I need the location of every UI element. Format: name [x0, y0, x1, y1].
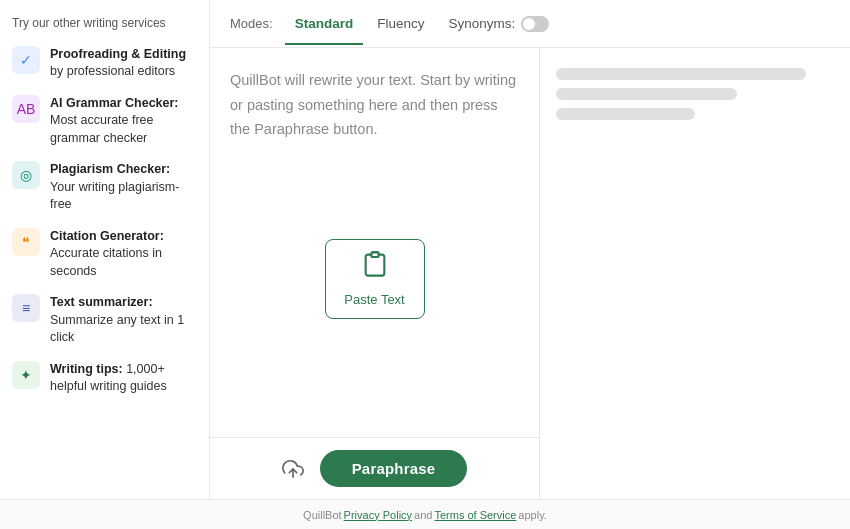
output-panel: [540, 48, 850, 499]
sidebar-item-grammar[interactable]: ABAI Grammar Checker: Most accurate free…: [12, 95, 197, 148]
input-footer: Paraphrase: [210, 437, 539, 499]
plagiarism-label: Plagiarism Checker: Your writing plagiar…: [50, 161, 197, 214]
sidebar-item-tips[interactable]: ✦Writing tips: 1,000+ helpful writing gu…: [12, 361, 197, 396]
tips-icon: ✦: [12, 361, 40, 389]
placeholder-text: QuillBot will rewrite your text. Start b…: [230, 68, 519, 142]
sidebar-item-plagiarism[interactable]: ◎Plagiarism Checker: Your writing plagia…: [12, 161, 197, 214]
tab-standard[interactable]: Standard: [285, 4, 364, 45]
tabs-bar: Modes: Standard Fluency Synonyms:: [210, 0, 850, 48]
synonyms-label: Synonyms:: [448, 16, 515, 31]
terms-link[interactable]: Terms of Service: [434, 509, 516, 521]
proofreading-icon: ✓: [12, 46, 40, 74]
paste-label: Paste Text: [344, 292, 404, 307]
plagiarism-icon: ◎: [12, 161, 40, 189]
content-area: Modes: Standard Fluency Synonyms: QuillB…: [210, 0, 850, 499]
grammar-icon: AB: [12, 95, 40, 123]
sidebar-title: Try our other writing services: [12, 16, 197, 32]
paste-text-button[interactable]: Paste Text: [325, 239, 425, 319]
clipboard-icon: [361, 250, 389, 284]
footer-text-before: QuillBot: [303, 509, 342, 521]
summarizer-icon: ≡: [12, 294, 40, 322]
svg-rect-1: [371, 252, 378, 257]
modes-label: Modes:: [230, 16, 273, 31]
paraphrase-button[interactable]: Paraphrase: [320, 450, 468, 487]
skeleton-line-1: [556, 68, 806, 80]
sidebar-item-proofreading[interactable]: ✓Proofreading & Editing by professional …: [12, 46, 197, 81]
upload-button[interactable]: [282, 458, 304, 480]
tab-synonyms[interactable]: Synonyms:: [438, 4, 559, 44]
editor-panel: QuillBot will rewrite your text. Start b…: [210, 48, 850, 499]
proofreading-label: Proofreading & Editing by professional e…: [50, 46, 197, 81]
synonyms-toggle[interactable]: [521, 16, 549, 32]
page-footer: QuillBot Privacy Policy and Terms of Ser…: [0, 499, 850, 529]
sidebar-item-summarizer[interactable]: ≡Text summarizer: Summarize any text in …: [12, 294, 197, 347]
summarizer-label: Text summarizer: Summarize any text in 1…: [50, 294, 197, 347]
main-layout: Try our other writing services ✓Proofrea…: [0, 0, 850, 499]
paste-button-container: Paste Text: [305, 219, 445, 339]
skeleton-line-3: [556, 108, 695, 120]
input-panel: QuillBot will rewrite your text. Start b…: [210, 48, 540, 499]
citation-label: Citation Generator: Accurate citations i…: [50, 228, 197, 281]
sidebar: Try our other writing services ✓Proofrea…: [0, 0, 210, 499]
privacy-policy-link[interactable]: Privacy Policy: [344, 509, 412, 521]
skeleton-line-2: [556, 88, 737, 100]
grammar-label: AI Grammar Checker: Most accurate free g…: [50, 95, 197, 148]
citation-icon: ❝: [12, 228, 40, 256]
footer-text-after: apply.: [518, 509, 547, 521]
tips-label: Writing tips: 1,000+ helpful writing gui…: [50, 361, 197, 396]
footer-text-mid: and: [414, 509, 432, 521]
tab-fluency[interactable]: Fluency: [367, 4, 434, 45]
sidebar-item-citation[interactable]: ❝Citation Generator: Accurate citations …: [12, 228, 197, 281]
text-area-wrapper[interactable]: QuillBot will rewrite your text. Start b…: [210, 48, 539, 437]
